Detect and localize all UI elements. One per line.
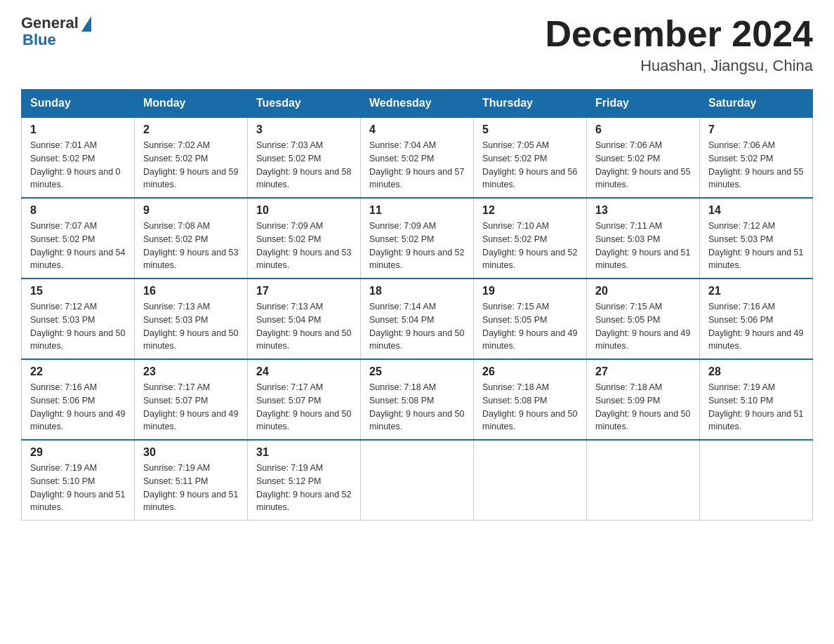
calendar-cell: 15 Sunrise: 7:12 AMSunset: 5:03 PMDaylig… — [22, 279, 135, 359]
day-info: Sunrise: 7:14 AMSunset: 5:04 PMDaylight:… — [369, 300, 465, 353]
day-number: 6 — [595, 123, 691, 136]
calendar-cell: 24 Sunrise: 7:17 AMSunset: 5:07 PMDaylig… — [248, 359, 361, 440]
day-info: Sunrise: 7:01 AMSunset: 5:02 PMDaylight:… — [30, 139, 126, 192]
day-info: Sunrise: 7:19 AMSunset: 5:12 PMDaylight:… — [256, 462, 352, 514]
day-number: 16 — [143, 285, 239, 297]
day-number: 30 — [143, 446, 239, 459]
day-info: Sunrise: 7:19 AMSunset: 5:10 PMDaylight:… — [30, 462, 126, 514]
day-number: 25 — [369, 365, 465, 378]
calendar-header-wednesday: Wednesday — [361, 90, 474, 118]
day-info: Sunrise: 7:02 AMSunset: 5:02 PMDaylight:… — [143, 139, 239, 192]
calendar-header-monday: Monday — [135, 90, 248, 118]
calendar-header-saturday: Saturday — [700, 90, 813, 118]
day-info: Sunrise: 7:10 AMSunset: 5:02 PMDaylight:… — [482, 220, 578, 272]
day-number: 22 — [30, 365, 126, 378]
calendar-cell: 7 Sunrise: 7:06 AMSunset: 5:02 PMDayligh… — [700, 117, 813, 198]
day-info: Sunrise: 7:18 AMSunset: 5:09 PMDaylight:… — [595, 381, 691, 434]
day-info: Sunrise: 7:15 AMSunset: 5:05 PMDaylight:… — [482, 300, 578, 353]
month-year-title: December 2024 — [545, 14, 813, 54]
day-info: Sunrise: 7:06 AMSunset: 5:02 PMDaylight:… — [708, 139, 804, 192]
day-number: 13 — [595, 204, 691, 217]
day-number: 24 — [256, 365, 352, 378]
calendar-cell: 23 Sunrise: 7:17 AMSunset: 5:07 PMDaylig… — [135, 359, 248, 440]
day-number: 9 — [143, 204, 239, 217]
calendar-cell — [474, 440, 587, 521]
calendar-cell — [587, 440, 700, 521]
calendar-cell: 27 Sunrise: 7:18 AMSunset: 5:09 PMDaylig… — [587, 359, 700, 440]
day-number: 31 — [256, 446, 352, 459]
calendar-cell: 3 Sunrise: 7:03 AMSunset: 5:02 PMDayligh… — [248, 117, 361, 198]
calendar-cell: 4 Sunrise: 7:04 AMSunset: 5:02 PMDayligh… — [361, 117, 474, 198]
day-info: Sunrise: 7:18 AMSunset: 5:08 PMDaylight:… — [369, 381, 465, 434]
day-number: 23 — [143, 365, 239, 378]
calendar-cell — [700, 440, 813, 521]
calendar-cell: 16 Sunrise: 7:13 AMSunset: 5:03 PMDaylig… — [135, 279, 248, 359]
day-number: 3 — [256, 123, 352, 136]
day-number: 1 — [30, 123, 126, 136]
location-text: Huashan, Jiangsu, China — [545, 57, 813, 75]
day-info: Sunrise: 7:04 AMSunset: 5:02 PMDaylight:… — [369, 139, 465, 192]
day-info: Sunrise: 7:16 AMSunset: 5:06 PMDaylight:… — [708, 300, 804, 353]
day-number: 28 — [708, 365, 804, 378]
calendar-cell: 20 Sunrise: 7:15 AMSunset: 5:05 PMDaylig… — [587, 279, 700, 359]
title-block: December 2024 Huashan, Jiangsu, China — [545, 14, 813, 75]
day-info: Sunrise: 7:13 AMSunset: 5:03 PMDaylight:… — [143, 300, 239, 353]
page-header: General Blue December 2024 Huashan, Jian… — [21, 14, 813, 75]
calendar-header-friday: Friday — [587, 90, 700, 118]
day-info: Sunrise: 7:11 AMSunset: 5:03 PMDaylight:… — [595, 220, 691, 272]
day-number: 7 — [708, 123, 804, 136]
day-number: 8 — [30, 204, 126, 217]
logo-blue-text: Blue — [21, 31, 56, 49]
day-number: 18 — [369, 285, 465, 297]
calendar-cell: 26 Sunrise: 7:18 AMSunset: 5:08 PMDaylig… — [474, 359, 587, 440]
day-info: Sunrise: 7:06 AMSunset: 5:02 PMDaylight:… — [595, 139, 691, 192]
calendar-table: SundayMondayTuesdayWednesdayThursdayFrid… — [21, 89, 813, 521]
day-number: 15 — [30, 285, 126, 297]
day-number: 17 — [256, 285, 352, 297]
calendar-cell: 29 Sunrise: 7:19 AMSunset: 5:10 PMDaylig… — [22, 440, 135, 521]
day-info: Sunrise: 7:19 AMSunset: 5:11 PMDaylight:… — [143, 462, 239, 514]
calendar-cell: 30 Sunrise: 7:19 AMSunset: 5:11 PMDaylig… — [135, 440, 248, 521]
day-info: Sunrise: 7:05 AMSunset: 5:02 PMDaylight:… — [482, 139, 578, 192]
logo-general-text: General — [21, 14, 79, 32]
day-info: Sunrise: 7:12 AMSunset: 5:03 PMDaylight:… — [708, 220, 804, 272]
calendar-cell: 5 Sunrise: 7:05 AMSunset: 5:02 PMDayligh… — [474, 117, 587, 198]
day-number: 4 — [369, 123, 465, 136]
logo: General Blue — [21, 14, 91, 49]
calendar-cell: 19 Sunrise: 7:15 AMSunset: 5:05 PMDaylig… — [474, 279, 587, 359]
day-info: Sunrise: 7:18 AMSunset: 5:08 PMDaylight:… — [482, 381, 578, 434]
day-number: 5 — [482, 123, 578, 136]
day-info: Sunrise: 7:07 AMSunset: 5:02 PMDaylight:… — [30, 220, 126, 272]
calendar-week-row: 29 Sunrise: 7:19 AMSunset: 5:10 PMDaylig… — [22, 440, 813, 521]
day-number: 29 — [30, 446, 126, 459]
day-info: Sunrise: 7:03 AMSunset: 5:02 PMDaylight:… — [256, 139, 352, 192]
day-info: Sunrise: 7:12 AMSunset: 5:03 PMDaylight:… — [30, 300, 126, 353]
calendar-header-sunday: Sunday — [22, 90, 135, 118]
calendar-week-row: 1 Sunrise: 7:01 AMSunset: 5:02 PMDayligh… — [22, 117, 813, 198]
day-info: Sunrise: 7:09 AMSunset: 5:02 PMDaylight:… — [369, 220, 465, 272]
calendar-cell: 22 Sunrise: 7:16 AMSunset: 5:06 PMDaylig… — [22, 359, 135, 440]
day-info: Sunrise: 7:09 AMSunset: 5:02 PMDaylight:… — [256, 220, 352, 272]
day-info: Sunrise: 7:16 AMSunset: 5:06 PMDaylight:… — [30, 381, 126, 434]
day-number: 20 — [595, 285, 691, 297]
logo-triangle-icon — [81, 16, 91, 32]
calendar-cell: 8 Sunrise: 7:07 AMSunset: 5:02 PMDayligh… — [22, 198, 135, 279]
calendar-cell: 2 Sunrise: 7:02 AMSunset: 5:02 PMDayligh… — [135, 117, 248, 198]
day-number: 21 — [708, 285, 804, 297]
calendar-cell — [361, 440, 474, 521]
day-info: Sunrise: 7:15 AMSunset: 5:05 PMDaylight:… — [595, 300, 691, 353]
calendar-cell: 31 Sunrise: 7:19 AMSunset: 5:12 PMDaylig… — [248, 440, 361, 521]
day-info: Sunrise: 7:17 AMSunset: 5:07 PMDaylight:… — [143, 381, 239, 434]
day-info: Sunrise: 7:13 AMSunset: 5:04 PMDaylight:… — [256, 300, 352, 353]
calendar-cell: 21 Sunrise: 7:16 AMSunset: 5:06 PMDaylig… — [700, 279, 813, 359]
day-info: Sunrise: 7:17 AMSunset: 5:07 PMDaylight:… — [256, 381, 352, 434]
calendar-cell: 17 Sunrise: 7:13 AMSunset: 5:04 PMDaylig… — [248, 279, 361, 359]
day-number: 11 — [369, 204, 465, 217]
calendar-cell: 13 Sunrise: 7:11 AMSunset: 5:03 PMDaylig… — [587, 198, 700, 279]
day-number: 19 — [482, 285, 578, 297]
day-info: Sunrise: 7:08 AMSunset: 5:02 PMDaylight:… — [143, 220, 239, 272]
day-info: Sunrise: 7:19 AMSunset: 5:10 PMDaylight:… — [708, 381, 804, 434]
calendar-cell: 12 Sunrise: 7:10 AMSunset: 5:02 PMDaylig… — [474, 198, 587, 279]
calendar-cell: 28 Sunrise: 7:19 AMSunset: 5:10 PMDaylig… — [700, 359, 813, 440]
day-number: 14 — [708, 204, 804, 217]
